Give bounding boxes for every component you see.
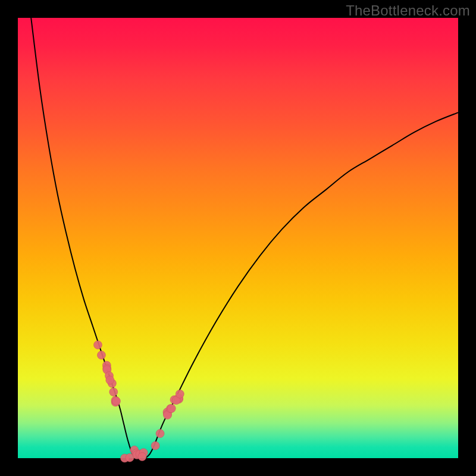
data-dot-right xyxy=(176,390,184,398)
watermark-text: TheBottleneck.com xyxy=(346,2,470,19)
data-dot-right xyxy=(151,441,159,450)
data-dot-left xyxy=(93,341,102,349)
data-dot-left xyxy=(112,397,120,405)
dot-group xyxy=(93,341,184,462)
curve-group xyxy=(31,18,458,458)
data-dot-left xyxy=(97,351,105,359)
curve-right-arm xyxy=(146,112,458,458)
data-dot-valley xyxy=(138,453,146,461)
data-dot-left xyxy=(109,388,118,396)
chart-container: TheBottleneck.com xyxy=(0,0,476,476)
data-dot-right xyxy=(167,404,176,412)
plot-area xyxy=(18,18,458,458)
data-dot-right xyxy=(156,430,164,438)
data-dot-left xyxy=(106,376,114,384)
curve-layer xyxy=(18,18,458,458)
curve-left-arm xyxy=(31,18,137,458)
